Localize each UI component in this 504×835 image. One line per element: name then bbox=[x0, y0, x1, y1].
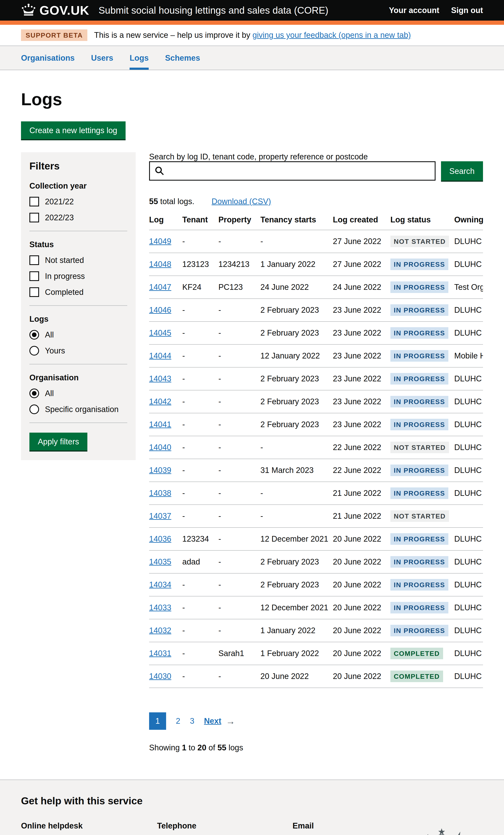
table-row: 14036123234-12 December 202120 June 2022… bbox=[149, 528, 483, 550]
filter-group-label: Status bbox=[29, 240, 127, 249]
property-cell: - bbox=[218, 413, 260, 436]
log-id-link[interactable]: 14043 bbox=[149, 374, 172, 383]
telephone-heading: Telephone bbox=[157, 820, 293, 832]
tenancy-starts-cell: 1 January 2022 bbox=[260, 619, 333, 642]
log-id-link[interactable]: 14036 bbox=[149, 534, 172, 543]
log-created-cell: 23 June 2022 bbox=[333, 367, 390, 390]
status-badge: NOT STARTED bbox=[390, 510, 449, 522]
log-created-cell: 23 June 2022 bbox=[333, 344, 390, 367]
filter-option-label: All bbox=[45, 389, 54, 398]
log-id-link[interactable]: 14035 bbox=[149, 557, 172, 566]
property-cell: - bbox=[218, 528, 260, 550]
sign-out-link[interactable]: Sign out bbox=[451, 6, 483, 15]
pagination-next-link[interactable]: Next bbox=[204, 716, 221, 726]
log-id-link[interactable]: 14046 bbox=[149, 306, 172, 314]
owning-organisation-cell: DLUHC Test bbox=[454, 390, 483, 413]
log-id-link[interactable]: 14031 bbox=[149, 649, 172, 658]
checkbox-input[interactable] bbox=[29, 271, 39, 281]
log-id-link[interactable]: 14042 bbox=[149, 397, 172, 406]
search-icon bbox=[155, 166, 164, 177]
status-badge: COMPLETED bbox=[390, 671, 443, 682]
filter-option-label: Not started bbox=[45, 256, 84, 265]
log-id-link[interactable]: 14049 bbox=[149, 237, 172, 246]
log-id-link[interactable]: 14034 bbox=[149, 580, 172, 589]
nav-item-organisations[interactable]: Organisations bbox=[21, 46, 75, 70]
tenancy-starts-cell: - bbox=[260, 505, 333, 528]
log-id-link[interactable]: 14038 bbox=[149, 489, 172, 497]
status-badge: NOT STARTED bbox=[390, 236, 449, 247]
owning-organisation-cell: DLUHC Test bbox=[454, 528, 483, 550]
log-id-link[interactable]: 14040 bbox=[149, 443, 172, 452]
nav-item-schemes[interactable]: Schemes bbox=[165, 46, 200, 70]
table-header-row: LogTenantPropertyTenancy startsLog creat… bbox=[149, 215, 483, 230]
beta-tag: SUPPORT BETA bbox=[21, 29, 87, 41]
status-badge: IN PROGRESS bbox=[390, 487, 448, 499]
tenancy-starts-cell: 20 June 2022 bbox=[260, 665, 333, 688]
search-button[interactable]: Search bbox=[441, 161, 483, 181]
checkbox-input[interactable] bbox=[29, 287, 39, 297]
your-account-link[interactable]: Your account bbox=[389, 6, 439, 15]
log-id-link[interactable]: 14048 bbox=[149, 260, 172, 269]
total-logs-suffix: total logs. bbox=[158, 197, 194, 206]
nav-item-logs[interactable]: Logs bbox=[129, 46, 149, 70]
nav-item-users[interactable]: Users bbox=[91, 46, 114, 70]
property-cell: Sarah1 bbox=[218, 642, 260, 665]
log-id-link[interactable]: 14044 bbox=[149, 351, 172, 360]
filter-option: Completed bbox=[29, 287, 127, 297]
status-badge: IN PROGRESS bbox=[390, 419, 448, 430]
radio-input[interactable] bbox=[29, 405, 39, 414]
search-input[interactable] bbox=[149, 161, 436, 181]
service-name[interactable]: Submit social housing lettings and sales… bbox=[99, 5, 328, 16]
log-created-cell: 27 June 2022 bbox=[333, 230, 390, 253]
apply-filters-button[interactable]: Apply filters bbox=[29, 433, 87, 450]
tenancy-starts-cell: 31 March 2023 bbox=[260, 459, 333, 482]
log-status-cell: IN PROGRESS bbox=[390, 482, 454, 505]
log-created-cell: 27 June 2022 bbox=[333, 253, 390, 276]
owning-organisation-cell: DLUHC bbox=[454, 230, 483, 253]
govuk-logo[interactable]: GOV.UK bbox=[21, 3, 89, 18]
checkbox-input[interactable] bbox=[29, 256, 39, 265]
pagination-page-link[interactable]: 3 bbox=[190, 716, 194, 726]
log-created-cell: 20 June 2022 bbox=[333, 642, 390, 665]
tenant-cell: - bbox=[182, 573, 218, 596]
log-id-link[interactable]: 14047 bbox=[149, 283, 172, 291]
owning-organisation-cell: Mobile Housing bbox=[454, 344, 483, 367]
property-cell: PC123 bbox=[218, 276, 260, 299]
radio-input[interactable] bbox=[29, 330, 39, 340]
table-row: 14033--12 December 202120 June 2022IN PR… bbox=[149, 596, 483, 619]
tenancy-starts-cell: 2 February 2023 bbox=[260, 413, 333, 436]
crown-icon bbox=[21, 4, 36, 17]
checkbox-input[interactable] bbox=[29, 213, 39, 222]
status-badge: IN PROGRESS bbox=[390, 602, 448, 613]
radio-input[interactable] bbox=[29, 346, 39, 355]
pagination-page-link[interactable]: 2 bbox=[176, 716, 180, 726]
radio-input[interactable] bbox=[29, 388, 39, 398]
owning-organisation-cell: DLUHC bbox=[454, 413, 483, 436]
log-id-link[interactable]: 14045 bbox=[149, 328, 172, 337]
pagination-current-page[interactable]: 1 bbox=[149, 712, 166, 730]
property-cell: - bbox=[218, 344, 260, 367]
log-id-link[interactable]: 14033 bbox=[149, 603, 172, 612]
log-status-cell: IN PROGRESS bbox=[390, 322, 454, 344]
log-created-cell: 20 June 2022 bbox=[333, 665, 390, 688]
primary-navigation: OrganisationsUsersLogsSchemes bbox=[0, 46, 504, 70]
owning-organisation-cell: DLUHC Test bbox=[454, 573, 483, 596]
checkbox-input[interactable] bbox=[29, 197, 39, 206]
crown-copyright-block: © Crown copyright bbox=[409, 827, 475, 835]
property-cell: - bbox=[218, 596, 260, 619]
log-id-link[interactable]: 14032 bbox=[149, 626, 172, 635]
log-id-link[interactable]: 14030 bbox=[149, 672, 172, 681]
filter-option: Specific organisation bbox=[29, 405, 127, 414]
tenant-cell: adad bbox=[182, 550, 218, 573]
log-id-link[interactable]: 14039 bbox=[149, 466, 172, 475]
table-row: 1404812312312342131 January 202227 June … bbox=[149, 253, 483, 276]
filter-option: Yours bbox=[29, 346, 127, 355]
log-id-link[interactable]: 14037 bbox=[149, 512, 172, 521]
table-row: 14044--12 January 202223 June 2022IN PRO… bbox=[149, 344, 483, 367]
download-csv-link[interactable]: Download (CSV) bbox=[212, 197, 271, 206]
create-lettings-log-button[interactable]: Create a new lettings log bbox=[21, 121, 126, 139]
feedback-link[interactable]: giving us your feedback (opens in a new … bbox=[253, 30, 411, 40]
total-logs-text: 55 total logs. bbox=[149, 197, 195, 206]
log-id-link[interactable]: 14041 bbox=[149, 420, 172, 429]
owning-organisation-cell: DLUHC Test bbox=[454, 459, 483, 482]
